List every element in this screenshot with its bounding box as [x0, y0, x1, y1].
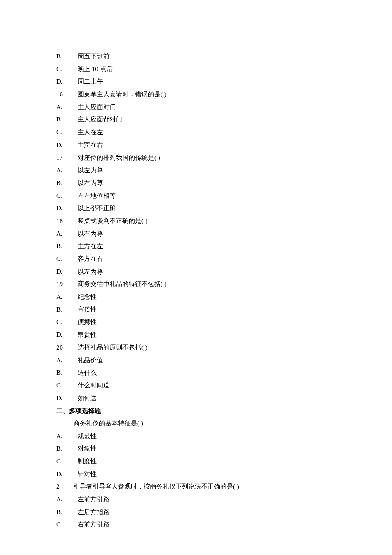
question-text: 竖桌式谈判不正确的是( )	[78, 217, 147, 224]
option-label: D.	[56, 392, 78, 405]
answer-option: D.昂贵性	[56, 329, 392, 341]
option-label: A.	[56, 291, 78, 304]
answer-option: B.周五下班前	[56, 50, 392, 63]
question-text: 对座位的排列我国的传统是( )	[78, 154, 160, 161]
option-label: B.	[56, 50, 78, 63]
option-text: 昂贵性	[78, 329, 97, 341]
option-text: 客方在右	[78, 253, 103, 266]
option-label: D.	[56, 468, 78, 481]
option-label: A.	[56, 101, 78, 114]
option-text: 规范性	[78, 430, 97, 443]
answer-option: A.礼品价值	[56, 354, 392, 367]
option-text: 左右地位相等	[78, 190, 116, 202]
answer-option: D.主宾在右	[56, 139, 392, 152]
answer-option: B.主方在左	[56, 240, 392, 253]
answer-option: C.晚上 10 点后	[56, 63, 392, 76]
option-label: C.	[56, 63, 78, 76]
option-text: 主方在左	[78, 240, 103, 253]
option-label: B.	[56, 506, 78, 519]
option-label: B.	[56, 240, 78, 253]
question-line: 17对座位的排列我国的传统是( )	[56, 152, 392, 165]
option-text: 主人应面对门	[78, 101, 116, 114]
question-text: 商务礼仪的基本特征是( )	[73, 417, 143, 430]
answer-option: A.规范性	[56, 430, 392, 443]
option-label: B.	[56, 113, 78, 126]
question-line: 16圆桌单主人宴请时，错误的是( )	[56, 88, 392, 101]
option-label: D.	[56, 139, 78, 152]
option-label: C.	[56, 126, 78, 139]
option-label: C.	[56, 190, 78, 202]
option-text: 礼品价值	[78, 354, 103, 367]
question-line: 1商务礼仪的基本特征是( )	[56, 417, 392, 430]
question-line: 19商务交往中礼品的特征不包括( )	[56, 278, 392, 291]
option-label: D.	[56, 329, 78, 341]
option-text: 如何送	[78, 392, 97, 405]
option-text: 便携性	[78, 316, 97, 329]
answer-option: B.以右为尊	[56, 177, 392, 190]
option-text: 以左为尊	[78, 164, 103, 177]
answer-option: B.左后方指路	[56, 506, 392, 519]
option-text: 宣传性	[78, 304, 97, 316]
question-number: 18	[56, 215, 78, 228]
answer-option: A.主人应面对门	[56, 101, 392, 114]
answer-option: D.以左为尊	[56, 266, 392, 278]
option-label: A.	[56, 430, 78, 443]
answer-option: B.送什么	[56, 367, 392, 379]
answer-option: B.宣传性	[56, 304, 392, 316]
option-label: B.	[56, 177, 78, 190]
option-text: 什么时间送	[78, 379, 110, 392]
answer-option: D.周二上午	[56, 75, 392, 88]
answer-option: A.以左为尊	[56, 164, 392, 177]
option-text: 以右为尊	[78, 177, 103, 190]
option-label: A.	[56, 228, 78, 240]
answer-option: C.主人在左	[56, 126, 392, 139]
option-text: 周五下班前	[78, 50, 110, 63]
option-text: 左后方指路	[78, 506, 110, 519]
option-label: D.	[56, 75, 78, 88]
option-label: C.	[56, 316, 78, 329]
option-text: 制度性	[78, 455, 97, 468]
answer-option: A.左前方引路	[56, 493, 392, 506]
answer-option: A.纪念性	[56, 291, 392, 304]
question-number: 1	[56, 417, 73, 430]
answer-option: D.针对性	[56, 468, 392, 481]
question-line: 2引导者引导客人参观时，按商务礼仪下列说法不正确的是( )	[56, 480, 392, 493]
option-text: 主人应面背对门	[78, 113, 122, 126]
question-line: 18竖桌式谈判不正确的是( )	[56, 215, 392, 228]
option-text: 针对性	[78, 468, 97, 481]
option-text: 晚上 10 点后	[78, 63, 113, 76]
answer-option: C.什么时间送	[56, 379, 392, 392]
option-label: A.	[56, 354, 78, 367]
option-text: 右前方引路	[78, 518, 110, 531]
option-text: 以上都不正确	[78, 202, 116, 215]
answer-option: C.制度性	[56, 455, 392, 468]
document-page: B.周五下班前C.晚上 10 点后D.周二上午16圆桌单主人宴请时，错误的是( …	[0, 0, 392, 555]
option-label: B.	[56, 442, 78, 455]
option-text: 送什么	[78, 367, 97, 379]
option-label: D.	[56, 266, 78, 278]
option-text: 以左为尊	[78, 266, 103, 278]
answer-option: D.如何送	[56, 392, 392, 405]
option-label: D.	[56, 202, 78, 215]
question-number: 19	[56, 278, 78, 291]
answer-option: C.右前方引路	[56, 518, 392, 531]
option-label: C.	[56, 518, 78, 531]
option-text: 纪念性	[78, 291, 97, 304]
option-label: B.	[56, 367, 78, 379]
option-label: B.	[56, 304, 78, 316]
option-label: C.	[56, 379, 78, 392]
answer-option: C.便携性	[56, 316, 392, 329]
question-line: 20选择礼品的原则不包括( )	[56, 341, 392, 354]
option-label: C.	[56, 253, 78, 266]
question-number: 17	[56, 152, 78, 165]
question-number: 2	[56, 480, 73, 493]
question-text: 选择礼品的原则不包括( )	[78, 344, 147, 351]
question-text: 引导者引导客人参观时，按商务礼仪下列说法不正确的是( )	[73, 480, 239, 493]
answer-option: C.客方在右	[56, 253, 392, 266]
question-number: 20	[56, 341, 78, 354]
answer-option: B.主人应面背对门	[56, 113, 392, 126]
option-label: A.	[56, 164, 78, 177]
option-label: A.	[56, 493, 78, 506]
question-text: 商务交往中礼品的特征不包括( )	[78, 280, 167, 287]
option-text: 主宾在右	[78, 139, 103, 152]
